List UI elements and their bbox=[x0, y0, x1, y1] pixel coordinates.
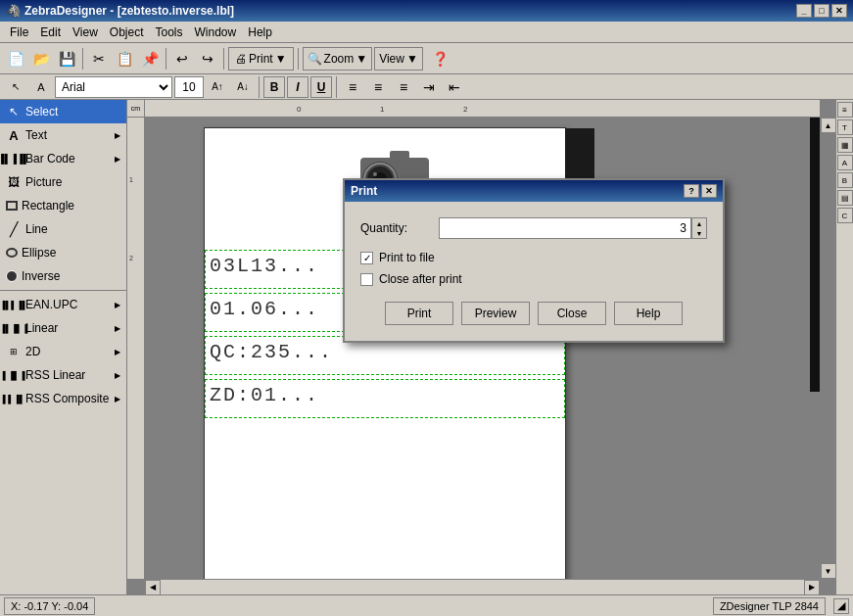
menu-window[interactable]: Window bbox=[189, 24, 243, 41]
ean-upc-icon: ▐▌▌▐▌ bbox=[6, 297, 22, 312]
main-toolbar: 📄 📂 💾 ✂ 📋 📌 ↩ ↪ 🖨 Print ▼ 🔍 Zoom ▼ View … bbox=[0, 43, 853, 74]
rss-linear-icon: ▌▐▌▐ bbox=[6, 367, 22, 383]
bold-button[interactable]: B bbox=[263, 76, 285, 98]
tool-line[interactable]: ╱ Line bbox=[0, 217, 126, 241]
help-button[interactable]: ❓ bbox=[429, 47, 452, 71]
tool-inverse-label: Inverse bbox=[22, 269, 60, 283]
print-to-file-label: Print to file bbox=[379, 251, 435, 264]
right-btn-4[interactable]: A bbox=[837, 155, 853, 170]
tool-barcode-label: Bar Code bbox=[25, 152, 75, 166]
canvas-area: cm 0 1 2 1 2 bbox=[127, 100, 835, 594]
align-center-btn[interactable]: ≡ bbox=[366, 75, 390, 99]
save-button[interactable]: 💾 bbox=[55, 47, 78, 71]
text-tool-btn[interactable]: A bbox=[29, 75, 53, 99]
select-icon: ↖ bbox=[6, 104, 22, 119]
underline-button[interactable]: U bbox=[310, 76, 332, 98]
new-button[interactable]: 📄 bbox=[4, 47, 27, 71]
right-btn-1[interactable]: ≡ bbox=[837, 102, 853, 118]
menu-tools[interactable]: Tools bbox=[150, 24, 189, 41]
tool-linear[interactable]: ▐▌▐▌▐ Linear ▶ bbox=[0, 316, 126, 340]
menu-help[interactable]: Help bbox=[242, 24, 278, 41]
print-label: Print bbox=[249, 52, 273, 66]
align-right-btn[interactable]: ≡ bbox=[392, 75, 415, 99]
right-btn-5[interactable]: B bbox=[837, 172, 853, 188]
menu-bar: File Edit View Object Tools Window Help bbox=[0, 22, 853, 43]
right-btn-2[interactable]: T bbox=[837, 119, 853, 135]
quantity-down-btn[interactable]: ▼ bbox=[692, 228, 706, 238]
tool-picture[interactable]: 🖼 Picture bbox=[0, 170, 126, 194]
right-btn-6[interactable]: ▤ bbox=[837, 190, 853, 206]
picture-icon: 🖼 bbox=[6, 174, 22, 190]
close-after-print-checkbox[interactable] bbox=[360, 273, 373, 286]
view-arrow-icon: ▼ bbox=[406, 52, 418, 66]
quantity-input[interactable]: 3 bbox=[439, 217, 691, 239]
tool-rss-composite[interactable]: ▌▌▐▌ RSS Composite ▶ bbox=[0, 387, 126, 410]
font-size-decrease-btn[interactable]: A↓ bbox=[231, 75, 255, 99]
print-dialog: Print ? ✕ Quantity: 3 bbox=[343, 178, 725, 343]
coordinates-section: X: -0.17 Y: -0.04 bbox=[4, 597, 95, 615]
font-sep2 bbox=[336, 76, 337, 98]
open-button[interactable]: 📂 bbox=[29, 47, 53, 71]
quantity-label: Quantity: bbox=[360, 221, 439, 235]
menu-view[interactable]: View bbox=[67, 24, 104, 41]
tool-ellipse-label: Ellipse bbox=[22, 246, 56, 260]
tool-ellipse[interactable]: Ellipse bbox=[0, 241, 126, 264]
italic-button[interactable]: I bbox=[287, 76, 308, 98]
font-select[interactable]: Arial bbox=[55, 76, 172, 98]
dialog-close-btn[interactable]: ✕ bbox=[701, 184, 717, 198]
close-button[interactable]: ✕ bbox=[831, 4, 847, 18]
ean-upc-arrow-icon: ▶ bbox=[115, 301, 120, 309]
tool-text-label: Text bbox=[25, 128, 47, 142]
font-size-increase-btn[interactable]: A↑ bbox=[206, 75, 229, 99]
quantity-spinner[interactable]: ▲ ▼ bbox=[691, 217, 707, 239]
cut-button[interactable]: ✂ bbox=[87, 47, 111, 71]
redo-button[interactable]: ↪ bbox=[196, 47, 219, 71]
align-left-btn[interactable]: ≡ bbox=[341, 75, 364, 99]
right-btn-3[interactable]: ▦ bbox=[837, 137, 853, 153]
tool-ean-upc[interactable]: ▐▌▌▐▌ EAN.UPC ▶ bbox=[0, 293, 126, 316]
ellipse-icon bbox=[6, 248, 18, 258]
tool-2d[interactable]: ⊞ 2D ▶ bbox=[0, 340, 126, 363]
outdent-btn[interactable]: ⇤ bbox=[443, 75, 466, 99]
tool-rss-composite-label: RSS Composite bbox=[25, 392, 109, 405]
copy-button[interactable]: 📋 bbox=[113, 47, 136, 71]
indent-btn[interactable]: ⇥ bbox=[417, 75, 441, 99]
print-to-file-checkbox[interactable]: ✓ bbox=[360, 252, 373, 264]
dialog-print-button[interactable]: Print bbox=[385, 302, 453, 325]
text-icon: A bbox=[6, 127, 22, 143]
undo-button[interactable]: ↩ bbox=[170, 47, 194, 71]
dialog-title-controls: ? ✕ bbox=[684, 184, 717, 198]
tool-text[interactable]: A Text ▶ bbox=[0, 123, 126, 147]
tool-inverse[interactable]: Inverse bbox=[0, 264, 126, 288]
menu-object[interactable]: Object bbox=[104, 24, 150, 41]
print-button[interactable]: 🖨 Print ▼ bbox=[228, 47, 294, 71]
quantity-up-btn[interactable]: ▲ bbox=[692, 218, 706, 228]
minimize-button[interactable]: _ bbox=[796, 4, 812, 18]
zoom-dropdown[interactable]: 🔍 Zoom ▼ bbox=[303, 47, 373, 71]
printer-text: ZDesigner TLP 2844 bbox=[720, 600, 819, 612]
status-resize-btn[interactable]: ◢ bbox=[833, 598, 849, 614]
paste-button[interactable]: 📌 bbox=[138, 47, 162, 71]
app-icon: 🦓 bbox=[6, 4, 21, 18]
toolbar-separator-4 bbox=[298, 48, 299, 70]
dialog-help-btn[interactable]: ? bbox=[684, 184, 699, 198]
right-btn-7[interactable]: C bbox=[837, 208, 853, 223]
qr-icon: ⊞ bbox=[6, 344, 22, 359]
quantity-value: 3 bbox=[680, 221, 687, 235]
tool-select[interactable]: ↖ Select bbox=[0, 100, 126, 123]
rectangle-icon bbox=[6, 201, 18, 211]
title-text: ZebraDesigner - [zebtesto.inverse.lbl] bbox=[24, 4, 234, 18]
tool-rss-linear[interactable]: ▌▐▌▐ RSS Linear ▶ bbox=[0, 363, 126, 387]
menu-file[interactable]: File bbox=[4, 24, 34, 41]
menu-edit[interactable]: Edit bbox=[34, 24, 67, 41]
dialog-title-text: Print bbox=[351, 184, 377, 198]
cursor-tool-btn[interactable]: ↖ bbox=[4, 75, 27, 99]
dialog-preview-button[interactable]: Preview bbox=[461, 302, 530, 325]
dialog-help-button[interactable]: Help bbox=[614, 302, 683, 325]
tool-barcode[interactable]: ▐▌▐▐▌ Bar Code ▶ bbox=[0, 147, 126, 170]
font-size-input[interactable] bbox=[174, 76, 204, 98]
dialog-close-button[interactable]: Close bbox=[538, 302, 606, 325]
tool-rectangle[interactable]: Rectangle bbox=[0, 194, 126, 217]
maximize-button[interactable]: □ bbox=[814, 4, 829, 18]
view-dropdown[interactable]: View ▼ bbox=[374, 47, 423, 71]
